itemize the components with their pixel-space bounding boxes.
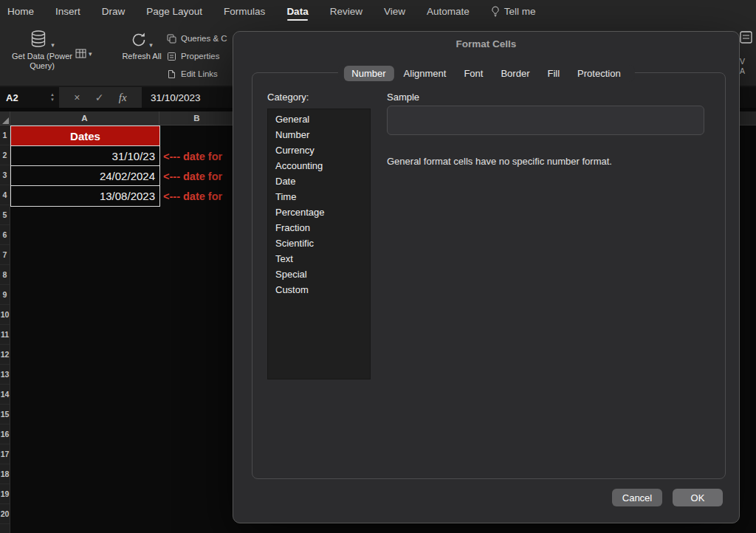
- row-header-1[interactable]: 1: [0, 125, 10, 145]
- category-currency[interactable]: Currency: [268, 142, 370, 158]
- sample-label: Sample: [387, 92, 419, 103]
- edit-links-button[interactable]: Edit Links: [167, 65, 227, 83]
- row-header-14[interactable]: 14: [0, 385, 10, 405]
- dialog-tab-border[interactable]: Border: [492, 66, 537, 81]
- connections-group: Queries & C Properties Edit Links: [167, 30, 227, 83]
- edit-links-label: Edit Links: [181, 69, 218, 78]
- tab-automate[interactable]: Automate: [427, 0, 470, 22]
- category-fraction[interactable]: Fraction: [268, 220, 370, 235]
- row-header-8[interactable]: 8: [0, 265, 10, 285]
- confirm-entry-icon[interactable]: ✓: [95, 92, 104, 103]
- dialog-tab-number[interactable]: Number: [343, 66, 394, 81]
- tell-me-button[interactable]: Tell me: [491, 0, 536, 22]
- row-header-4[interactable]: 4: [0, 185, 10, 205]
- cancel-button[interactable]: Cancel: [612, 489, 662, 506]
- row-header-11[interactable]: 11: [0, 325, 10, 345]
- tell-me-label: Tell me: [504, 6, 536, 17]
- row-header-6[interactable]: 6: [0, 225, 10, 245]
- cell-a1[interactable]: Dates: [11, 126, 159, 146]
- row-header-18[interactable]: 18: [0, 464, 10, 484]
- category-custom[interactable]: Custom: [268, 282, 370, 298]
- category-accounting[interactable]: Accounting: [268, 158, 370, 173]
- row-header-15[interactable]: 15: [0, 405, 10, 424]
- column-header-a[interactable]: A: [10, 111, 159, 125]
- dialog-tab-alignment[interactable]: Alignment: [396, 66, 455, 81]
- database-icon: [30, 30, 49, 49]
- refresh-all-label: Refresh All: [118, 52, 165, 61]
- clipped-button-icon: [740, 31, 755, 44]
- clipped-label-line2: A: [740, 66, 755, 76]
- category-time[interactable]: Time: [268, 189, 370, 204]
- category-listbox: General Number Currency Accounting Date …: [267, 109, 371, 379]
- row-header-5[interactable]: 5: [0, 205, 10, 225]
- select-all-corner[interactable]: [0, 111, 10, 125]
- stepper-down-icon: ▼: [50, 97, 55, 103]
- name-box[interactable]: A2: [0, 87, 46, 108]
- cancel-entry-icon[interactable]: ×: [74, 92, 80, 103]
- row-header-20[interactable]: 20: [0, 504, 10, 524]
- name-box-stepper[interactable]: ▲ ▼: [46, 87, 59, 108]
- get-data-button[interactable]: ▾ Get Data (Power Query): [6, 27, 78, 71]
- tab-review-label: Review: [330, 6, 362, 17]
- tab-home[interactable]: Home: [7, 0, 34, 22]
- ok-button[interactable]: OK: [673, 489, 723, 506]
- row-header-19[interactable]: 19: [0, 484, 10, 504]
- tab-view[interactable]: View: [384, 0, 405, 22]
- row-header-7[interactable]: 7: [0, 245, 10, 265]
- insert-function-icon[interactable]: fx: [119, 92, 127, 104]
- row-header-12[interactable]: 12: [0, 345, 10, 365]
- category-number[interactable]: Number: [268, 127, 370, 142]
- formula-actions: × ✓ fx: [59, 87, 142, 108]
- clipped-ribbon-button[interactable]: V A: [740, 31, 755, 76]
- tab-draw[interactable]: Draw: [102, 0, 126, 22]
- cell-a3[interactable]: 24/02/2024: [11, 166, 159, 186]
- format-description: General format cells have no specific nu…: [387, 156, 612, 167]
- row-header-10[interactable]: 10: [0, 305, 10, 325]
- tab-formulas-label: Formulas: [224, 6, 265, 17]
- cell-a4[interactable]: 13/08/2023: [11, 186, 159, 206]
- dialog-tab-bar: Number Alignment Font Border Fill Protec…: [337, 65, 634, 82]
- row-header-3[interactable]: 3: [0, 165, 10, 185]
- tab-draw-label: Draw: [102, 6, 126, 17]
- category-percentage[interactable]: Percentage: [268, 204, 370, 220]
- row-header-2[interactable]: 2: [0, 145, 10, 165]
- tab-page-layout[interactable]: Page Layout: [146, 0, 202, 22]
- queries-label: Queries & C: [181, 34, 227, 43]
- row-header-16[interactable]: 16: [0, 424, 10, 444]
- row-header-17[interactable]: 17: [0, 444, 10, 464]
- tab-review[interactable]: Review: [330, 0, 362, 22]
- dialog-title: Format Cells: [233, 38, 739, 49]
- category-general[interactable]: General: [268, 111, 370, 127]
- cell-a2[interactable]: 31/10/23: [11, 146, 159, 166]
- format-cells-dialog: Format Cells Number Alignment Font Borde…: [233, 31, 740, 523]
- properties-label: Properties: [181, 52, 219, 61]
- queries-connections-button[interactable]: Queries & C: [167, 30, 227, 47]
- refresh-all-button[interactable]: ▾ Refresh All: [118, 27, 165, 61]
- dialog-tab-fill[interactable]: Fill: [539, 66, 568, 81]
- category-date[interactable]: Date: [268, 173, 370, 189]
- tab-view-label: View: [384, 6, 405, 17]
- refresh-icon: [131, 31, 147, 49]
- clipped-label-line1: V: [740, 57, 755, 66]
- tab-data[interactable]: Data: [286, 0, 308, 22]
- dialog-tab-font[interactable]: Font: [456, 66, 491, 81]
- category-text[interactable]: Text: [268, 251, 370, 266]
- get-data-label: Get Data (Power Query): [6, 52, 78, 71]
- column-header-b[interactable]: B: [159, 111, 235, 125]
- row-header-9[interactable]: 9: [0, 285, 10, 305]
- sample-preview-box: [387, 106, 704, 135]
- row-header-13[interactable]: 13: [0, 365, 10, 385]
- properties-button[interactable]: Properties: [167, 47, 227, 65]
- name-box-value: A2: [6, 92, 18, 103]
- excel-window: Home Insert Draw Page Layout Formulas Da…: [0, 0, 756, 533]
- dialog-tab-protection[interactable]: Protection: [569, 66, 629, 81]
- tab-insert-label: Insert: [55, 6, 80, 17]
- category-scientific[interactable]: Scientific: [268, 235, 370, 251]
- category-special[interactable]: Special: [268, 266, 370, 282]
- tab-formulas[interactable]: Formulas: [224, 0, 265, 22]
- data-table-button[interactable]: ▾: [75, 49, 92, 58]
- tab-insert[interactable]: Insert: [55, 0, 80, 22]
- category-label: Category:: [267, 92, 309, 103]
- ribbon-tab-bar: Home Insert Draw Page Layout Formulas Da…: [0, 0, 756, 22]
- stepper-up-icon: ▲: [50, 92, 55, 97]
